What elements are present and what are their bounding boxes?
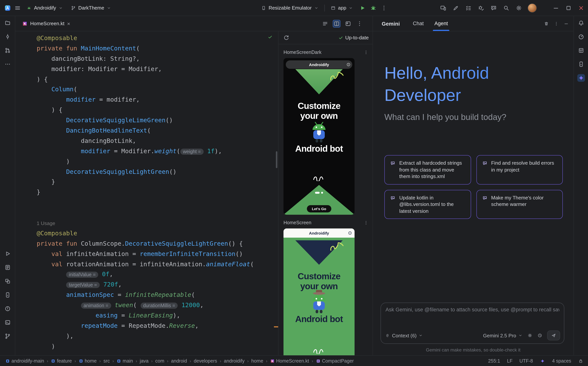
breadcrumb-item[interactable]: androidify <box>223 358 245 364</box>
code-line[interactable]: animation = tween( durationMillis = 1200… <box>37 300 278 311</box>
line-separator[interactable]: LF <box>507 358 512 364</box>
code-line[interactable]: easing = LinearEasing), <box>37 311 278 321</box>
caret-position[interactable]: 255:1 <box>488 358 500 364</box>
vcs-branch-selector[interactable]: DarkTheme <box>68 3 114 12</box>
gemini-tab-agent[interactable]: Agent <box>435 16 448 31</box>
gemini-settings-icon[interactable] <box>527 333 533 338</box>
terminal-icon[interactable] <box>4 319 11 326</box>
file-encoding[interactable]: UTF-8 <box>519 358 533 364</box>
gemini-icon[interactable] <box>577 74 585 82</box>
problems-icon[interactable] <box>4 305 11 313</box>
code-line[interactable]: DecorativeSquiggleLimeGreen() <box>37 115 278 126</box>
breadcrumb-item[interactable]: home <box>78 358 97 364</box>
code-line[interactable]: repeatMode = RepeatMode.Reverse, <box>37 321 278 331</box>
code-line[interactable]: targetValue = 720f, <box>37 280 278 290</box>
preview-more-icon[interactable] <box>363 220 369 225</box>
hide-panel-icon[interactable] <box>564 21 569 26</box>
close-button[interactable] <box>577 4 585 12</box>
code-line[interactable]: DancingBotHeadlineText( <box>37 126 278 136</box>
layout-inspector-icon[interactable] <box>577 47 585 54</box>
editor-scrollbar[interactable] <box>276 151 277 168</box>
code-line[interactable]: dancingBotLink: String?, <box>37 54 278 64</box>
running-devices-icon[interactable] <box>577 60 585 68</box>
more-run-actions-icon[interactable] <box>380 4 388 12</box>
device-mirror-icon[interactable] <box>439 4 447 12</box>
code-line[interactable]: animationSpec = infiniteRepeatable( <box>37 290 278 300</box>
preview-phone-dark[interactable]: Androidify Customizeyour own <box>283 58 355 215</box>
code-line[interactable]: ), <box>37 331 278 342</box>
code-line[interactable]: ) <box>37 156 278 167</box>
lock-icon[interactable] <box>578 358 583 364</box>
preview-more-icon[interactable] <box>363 50 369 55</box>
notifications-icon[interactable] <box>577 19 585 27</box>
breadcrumb-item[interactable]: androidify-main <box>5 358 45 364</box>
project-folder-icon[interactable] <box>4 19 11 27</box>
search-icon[interactable] <box>502 4 510 12</box>
task-list-icon[interactable] <box>465 4 472 12</box>
settings-gear-icon[interactable] <box>515 4 523 12</box>
code-line[interactable]: modifier: Modifier = Modifier, <box>37 64 278 74</box>
code-line[interactable]: 1 Usage <box>37 218 278 229</box>
lets-go-button[interactable]: Let's Go <box>307 205 331 213</box>
design-view-button[interactable] <box>344 20 352 27</box>
logcat-icon[interactable] <box>4 264 11 271</box>
gemini-prompt-input[interactable] <box>386 307 559 313</box>
debug-button[interactable] <box>370 4 377 12</box>
breadcrumb-item[interactable]: com <box>154 358 165 364</box>
main-menu-icon[interactable] <box>14 4 21 12</box>
preview-phone-light[interactable]: Androidify Customizeyour own <box>283 229 355 355</box>
code-line[interactable]: initialValue = 0f, <box>37 269 278 280</box>
code-line[interactable] <box>37 198 278 208</box>
code-line[interactable]: Column( <box>37 85 278 95</box>
code-line[interactable]: ) <box>37 341 278 352</box>
split-view-button[interactable] <box>333 20 340 27</box>
more-horizontal-icon[interactable] <box>4 60 11 68</box>
profiler-icon[interactable] <box>577 33 585 40</box>
context-selector[interactable]: @ Context (6) <box>385 333 423 338</box>
code-line[interactable]: val infiniteAnimation = rememberInfinite… <box>37 249 278 259</box>
breadcrumb-item[interactable]: java <box>139 358 149 364</box>
commit-icon[interactable] <box>4 33 11 40</box>
device-selector[interactable]: Resizable Emulator <box>258 3 321 12</box>
code-line[interactable]: dancingBotLink, <box>37 136 278 146</box>
running-devices-icon[interactable] <box>4 291 11 299</box>
breadcrumb-item[interactable]: developers <box>193 358 218 364</box>
breadcrumb-item[interactable]: main <box>116 358 134 364</box>
code-line[interactable]: ) { <box>37 74 278 85</box>
maximize-button[interactable] <box>565 4 572 12</box>
code-line[interactable]: } <box>37 177 278 187</box>
gemini-more-icon[interactable] <box>554 21 559 26</box>
minimize-button[interactable] <box>552 4 560 12</box>
preview-refresh-icon[interactable] <box>282 34 290 41</box>
code-view-button[interactable] <box>321 20 329 27</box>
ai-spark-icon[interactable] <box>540 358 545 364</box>
code-line[interactable]: @Composable <box>37 229 278 239</box>
code-editor[interactable]: @Composableprivate fun MainHomeContent( … <box>15 31 278 355</box>
gemini-suggestion-card[interactable]: Extract all hardcoded strings from this … <box>384 155 471 184</box>
pull-requests-icon[interactable] <box>4 47 11 54</box>
gemini-tab-chat[interactable]: Chat <box>413 16 424 31</box>
code-chat-icon[interactable] <box>490 4 497 12</box>
code-line[interactable]: } <box>37 187 278 198</box>
history-icon[interactable] <box>537 333 542 338</box>
breadcrumb-item[interactable]: src <box>103 358 110 364</box>
model-selector[interactable]: Gemini 2.5 Pro <box>483 333 523 338</box>
run-config-selector[interactable]: app <box>328 3 356 12</box>
send-button[interactable] <box>547 330 560 340</box>
breadcrumb-item[interactable]: feature <box>50 358 73 364</box>
breadcrumb-item[interactable]: android <box>170 358 188 364</box>
editor-more-icon[interactable] <box>356 20 363 27</box>
run-icon[interactable] <box>4 250 11 258</box>
code-line[interactable]: modifier = Modifier.weight(weight = 1f), <box>37 146 278 157</box>
code-line[interactable] <box>37 208 278 218</box>
indent-size[interactable]: 4 spaces <box>552 358 571 364</box>
run-button[interactable] <box>359 4 367 12</box>
project-selector[interactable]: Androidify <box>24 3 66 12</box>
bug-check-icon[interactable] <box>477 4 485 12</box>
git-branch-icon[interactable] <box>4 332 11 340</box>
breadcrumb-item[interactable]: CCompactPager <box>315 358 355 364</box>
tab-close-icon[interactable]: × <box>67 21 70 26</box>
ai-pen-icon[interactable] <box>452 4 460 12</box>
inspections-ok-icon[interactable] <box>267 34 273 40</box>
code-line[interactable]: ) { <box>37 105 278 115</box>
